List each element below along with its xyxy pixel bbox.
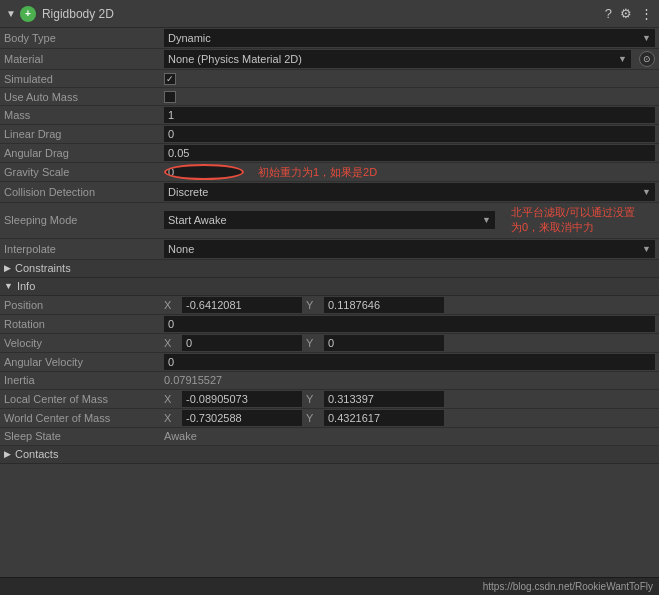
simulated-value-col	[164, 73, 655, 85]
gravity-scale-label: Gravity Scale	[4, 166, 164, 178]
sleep-state-label: Sleep State	[4, 430, 164, 442]
interpolate-wrapper: None ▼	[164, 240, 655, 258]
component-icon: +	[20, 6, 36, 22]
collision-detection-value-col: Discrete ▼	[164, 183, 655, 201]
simulated-checkbox[interactable]	[164, 73, 176, 85]
header-actions: ? ⚙ ⋮	[605, 6, 653, 21]
world-com-y-label: Y	[306, 412, 318, 424]
use-auto-mass-checkbox[interactable]	[164, 91, 176, 103]
material-target-icon[interactable]: ⊙	[639, 51, 655, 67]
help-icon[interactable]: ?	[605, 6, 612, 21]
simulated-label: Simulated	[4, 73, 164, 85]
constraints-label: Constraints	[15, 262, 71, 274]
interpolate-row: Interpolate None ▼	[0, 239, 659, 260]
info-label: Info	[17, 280, 35, 292]
velocity-row: Velocity X Y	[0, 334, 659, 353]
constraints-section-header[interactable]: ▶ Constraints	[0, 260, 659, 278]
collision-detection-wrapper: Discrete ▼	[164, 183, 655, 201]
local-com-y-label: Y	[306, 393, 318, 405]
settings-icon[interactable]: ⚙	[620, 6, 632, 21]
inertia-value-col: 0.07915527	[164, 374, 655, 386]
material-select-wrapper: None (Physics Material 2D) ▼	[164, 50, 631, 68]
gravity-scale-input[interactable]	[164, 164, 244, 180]
rotation-value-col	[164, 316, 655, 332]
world-com-x-input[interactable]	[182, 410, 302, 426]
gravity-scale-row: Gravity Scale 初始重力为1，如果是2D	[0, 163, 659, 182]
angular-velocity-row: Angular Velocity	[0, 353, 659, 372]
linear-drag-value-col	[164, 126, 655, 142]
interpolate-label: Interpolate	[4, 243, 164, 255]
body-type-select[interactable]: Dynamic	[164, 29, 655, 47]
velocity-x-label: X	[164, 337, 176, 349]
body-type-row: Body Type Dynamic ▼	[0, 28, 659, 49]
expand-arrow[interactable]: ▼	[6, 8, 16, 19]
local-com-value-col: X Y	[164, 391, 655, 407]
inspector-panel: ▼ + Rigidbody 2D ? ⚙ ⋮ Body Type Dynamic…	[0, 0, 659, 595]
footer: https://blog.csdn.net/RookieWantToFly	[0, 577, 659, 595]
material-label: Material	[4, 53, 164, 65]
sleeping-annotation-block: 北平台滤取/可以通过没置 为0，来取消中力	[499, 203, 659, 238]
material-row: Material None (Physics Material 2D) ▼ ⊙	[0, 49, 659, 70]
simulated-row: Simulated	[0, 70, 659, 88]
content-area: Body Type Dynamic ▼ Material None (Physi…	[0, 28, 659, 577]
sleeping-mode-section: Sleeping Mode Start Awake ▼ 北平台滤取/可以通过没置…	[0, 203, 659, 239]
mass-label: Mass	[4, 109, 164, 121]
linear-drag-input[interactable]	[164, 126, 655, 142]
velocity-label: Velocity	[4, 337, 164, 349]
body-type-value-col: Dynamic ▼	[164, 29, 655, 47]
rotation-row: Rotation	[0, 315, 659, 334]
position-y-label: Y	[306, 299, 318, 311]
mass-value-col	[164, 107, 655, 123]
contacts-section-header[interactable]: ▶ Contacts	[0, 446, 659, 464]
position-value-col: X Y	[164, 297, 655, 313]
rotation-input[interactable]	[164, 316, 655, 332]
sleeping-mode-select[interactable]: Start Awake	[164, 211, 495, 229]
overflow-icon[interactable]: ⋮	[640, 6, 653, 21]
inertia-value: 0.07915527	[164, 374, 222, 386]
sleep-state-row: Sleep State Awake	[0, 428, 659, 446]
world-com-label: World Center of Mass	[4, 412, 164, 424]
info-section-header[interactable]: ▼ Info	[0, 278, 659, 296]
rotation-label: Rotation	[4, 318, 164, 330]
footer-url: https://blog.csdn.net/RookieWantToFly	[483, 581, 653, 592]
collision-detection-select[interactable]: Discrete	[164, 183, 655, 201]
position-y-input[interactable]	[324, 297, 444, 313]
constraints-arrow-icon: ▶	[4, 263, 11, 273]
sleeping-mode-wrapper: Start Awake ▼	[164, 211, 495, 229]
velocity-x-input[interactable]	[182, 335, 302, 351]
info-arrow-icon: ▼	[4, 281, 13, 291]
world-com-x-label: X	[164, 412, 176, 424]
interpolate-value-col: None ▼	[164, 240, 655, 258]
velocity-y-input[interactable]	[324, 335, 444, 351]
local-com-x-input[interactable]	[182, 391, 302, 407]
collision-detection-label: Collision Detection	[4, 186, 164, 198]
material-select[interactable]: None (Physics Material 2D)	[164, 50, 631, 68]
local-com-x-label: X	[164, 393, 176, 405]
sleeping-annotation-2: 为0，来取消中力	[511, 220, 655, 235]
angular-velocity-input[interactable]	[164, 354, 655, 370]
angular-drag-label: Angular Drag	[4, 147, 164, 159]
angular-drag-input[interactable]	[164, 145, 655, 161]
sleeping-mode-label: Sleeping Mode	[4, 214, 164, 226]
sleep-state-value: Awake	[164, 430, 197, 442]
sleeping-mode-value-col: Start Awake ▼	[164, 211, 495, 229]
inertia-row: Inertia 0.07915527	[0, 372, 659, 390]
interpolate-select[interactable]: None	[164, 240, 655, 258]
contacts-arrow-icon: ▶	[4, 449, 11, 459]
material-value-col: None (Physics Material 2D) ▼ ⊙	[164, 50, 655, 68]
component-title: Rigidbody 2D	[42, 7, 605, 21]
local-com-label: Local Center of Mass	[4, 393, 164, 405]
world-com-value-col: X Y	[164, 410, 655, 426]
angular-velocity-value-col	[164, 354, 655, 370]
world-com-y-input[interactable]	[324, 410, 444, 426]
velocity-value-col: X Y	[164, 335, 655, 351]
linear-drag-row: Linear Drag	[0, 125, 659, 144]
position-row: Position X Y	[0, 296, 659, 315]
local-com-row: Local Center of Mass X Y	[0, 390, 659, 409]
mass-input[interactable]	[164, 107, 655, 123]
position-x-input[interactable]	[182, 297, 302, 313]
component-header: ▼ + Rigidbody 2D ? ⚙ ⋮	[0, 0, 659, 28]
position-label: Position	[4, 299, 164, 311]
gravity-scale-value-col: 初始重力为1，如果是2D	[164, 164, 655, 180]
local-com-y-input[interactable]	[324, 391, 444, 407]
